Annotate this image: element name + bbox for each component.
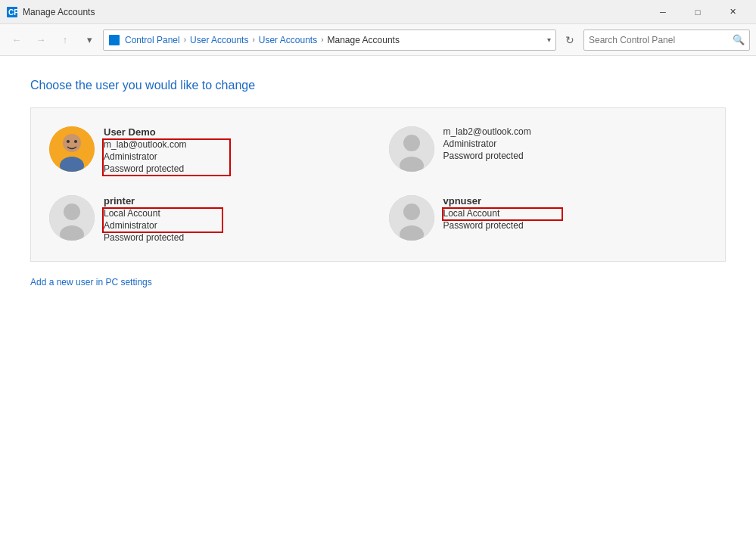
account-status-user-demo: Password protected (104, 163, 187, 174)
breadcrumb-user-accounts-1[interactable]: User Accounts (190, 35, 248, 45)
account-status-mlab2: Password protected (443, 151, 531, 161)
account-email-mlab2: m_lab2@outlook.com (443, 126, 531, 137)
account-info-user-demo: User Demo m_lab@outlook.com Administrato… (104, 126, 187, 174)
account-role-user-demo: Administrator (104, 151, 187, 162)
refresh-button[interactable]: ↻ (559, 30, 580, 51)
account-name-vpnuser: vpnuser (443, 195, 524, 207)
main-content: Choose the user you would like to change (0, 56, 756, 547)
breadcrumb-sep-3: › (321, 36, 323, 44)
svg-point-12 (64, 204, 80, 220)
forward-button[interactable]: → (30, 30, 51, 51)
account-card-vpnuser[interactable]: vpnuser Local Account Password protected (383, 189, 714, 249)
svg-point-9 (403, 135, 420, 151)
breadcrumb-sep-2: › (252, 36, 254, 44)
account-card-mlab2[interactable]: m_lab2@outlook.com Administrator Passwor… (383, 120, 714, 180)
account-status-printer: Password protected (104, 232, 184, 243)
search-input[interactable] (589, 35, 733, 45)
svg-point-4 (63, 134, 81, 152)
svg-point-6 (67, 140, 70, 143)
breadcrumb-bar: Control Panel › User Accounts › User Acc… (103, 30, 556, 51)
account-info-vpnuser: vpnuser Local Account Password protected (443, 195, 524, 231)
window-controls: ─ □ ✕ (646, 0, 750, 24)
account-card-user-demo[interactable]: User Demo m_lab@outlook.com Administrato… (43, 120, 374, 180)
account-localaccount-vpnuser: Local Account (443, 208, 524, 219)
avatar-mlab2 (389, 126, 434, 172)
svg-point-15 (403, 204, 420, 220)
window-title: Manage Accounts (23, 7, 646, 17)
account-status-vpnuser: Password protected (443, 220, 524, 231)
search-icon: 🔍 (733, 34, 745, 45)
avatar-vpnuser-icon (389, 195, 434, 241)
account-role-mlab2: Administrator (443, 138, 531, 149)
account-name-user-demo: User Demo (104, 126, 187, 138)
close-button[interactable]: ✕ (715, 0, 750, 24)
account-email-user-demo: m_lab@outlook.com (104, 139, 187, 150)
account-role-printer: Administrator (104, 220, 184, 231)
breadcrumb-manage-accounts: Manage Accounts (328, 35, 400, 45)
avatar-printer-icon (49, 195, 95, 241)
accounts-panel: User Demo m_lab@outlook.com Administrato… (30, 107, 726, 262)
svg-rect-2 (109, 35, 120, 45)
add-user-link[interactable]: Add a new user in PC settings (30, 277, 152, 287)
back-button[interactable]: ← (6, 30, 27, 51)
title-bar: CP Manage Accounts ─ □ ✕ (0, 0, 756, 24)
svg-text:CP: CP (8, 8, 18, 17)
up-button[interactable]: ↑ (54, 30, 76, 51)
maximize-button[interactable]: □ (680, 0, 715, 24)
window-icon: CP (6, 6, 18, 18)
avatar-generic-icon (389, 126, 434, 172)
account-name-printer: printer (104, 195, 184, 207)
avatar-user-demo (49, 126, 95, 172)
breadcrumb-dropdown-arrow[interactable]: ▾ (547, 36, 551, 44)
account-localaccount-printer: Local Account (104, 208, 184, 219)
search-box[interactable]: 🔍 (583, 30, 750, 51)
breadcrumb-user-accounts-2[interactable]: User Accounts (259, 35, 317, 45)
recent-button[interactable]: ▾ (79, 30, 100, 51)
address-bar: ← → ↑ ▾ Control Panel › User Accounts › … (0, 24, 756, 56)
control-panel-icon (108, 34, 120, 46)
breadcrumb-sep-1: › (184, 36, 186, 44)
accounts-grid: User Demo m_lab@outlook.com Administrato… (43, 120, 713, 249)
avatar-printer (49, 195, 95, 241)
page-heading: Choose the user you would like to change (30, 79, 726, 92)
account-card-printer[interactable]: printer Local Account Administrator Pass… (43, 189, 374, 249)
svg-point-7 (74, 140, 77, 143)
avatar-vpnuser (389, 195, 434, 241)
breadcrumb-control-panel[interactable]: Control Panel (125, 35, 180, 45)
avatar-face-icon (49, 126, 95, 172)
minimize-button[interactable]: ─ (646, 0, 680, 24)
account-info-printer: printer Local Account Administrator Pass… (104, 195, 184, 243)
account-info-mlab2: m_lab2@outlook.com Administrator Passwor… (443, 126, 531, 161)
